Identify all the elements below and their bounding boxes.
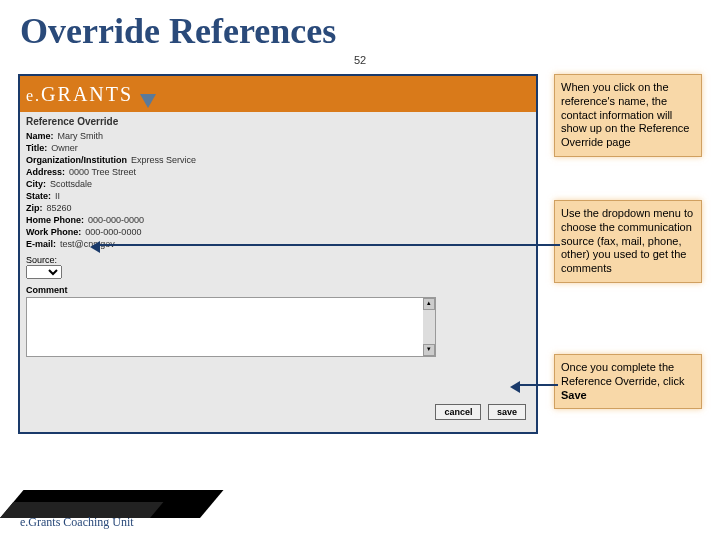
title-label: Title: — [26, 143, 47, 153]
email-label: E-mail: — [26, 239, 56, 249]
scrollbar[interactable]: ▴ ▾ — [423, 298, 435, 356]
zip-label: Zip: — [26, 203, 43, 213]
org-label: Organization/Institution — [26, 155, 127, 165]
work-phone-label: Work Phone: — [26, 227, 81, 237]
title-value: Owner — [51, 143, 78, 153]
comment-textarea[interactable]: ▴ ▾ — [26, 297, 436, 357]
arrow-down-icon — [140, 94, 156, 108]
app-logo: e.GRANTS — [26, 83, 133, 106]
city-value: Scottsdale — [50, 179, 92, 189]
home-phone-label: Home Phone: — [26, 215, 84, 225]
name-value: Mary Smith — [58, 131, 104, 141]
footer-text: e.Grants Coaching Unit — [20, 515, 134, 530]
page-number: 52 — [0, 54, 720, 66]
scroll-up-icon[interactable]: ▴ — [423, 298, 435, 310]
scroll-down-icon[interactable]: ▾ — [423, 344, 435, 356]
slide-title: Override References — [0, 0, 720, 52]
state-label: State: — [26, 191, 51, 201]
app-screenshot: e.GRANTS Reference Override Name:Mary Sm… — [18, 74, 538, 434]
app-banner: e.GRANTS — [20, 76, 536, 112]
org-value: Express Service — [131, 155, 196, 165]
section-heading: Reference Override — [26, 116, 530, 127]
save-button[interactable]: save — [488, 404, 526, 420]
name-label: Name: — [26, 131, 54, 141]
arrow-to-source-icon — [98, 244, 560, 246]
work-phone-value: 000-000-0000 — [85, 227, 141, 237]
arrow-to-save-icon — [518, 384, 558, 386]
callout-contact-info: When you click on the reference's name, … — [554, 74, 702, 157]
zip-value: 85260 — [47, 203, 72, 213]
address-label: Address: — [26, 167, 65, 177]
state-value: II — [55, 191, 60, 201]
home-phone-value: 000-000-0000 — [88, 215, 144, 225]
city-label: City: — [26, 179, 46, 189]
callout-save: Once you complete the Reference Override… — [554, 354, 702, 409]
callout-source-dropdown: Use the dropdown menu to choose the comm… — [554, 200, 702, 283]
address-value: 0000 Tree Street — [69, 167, 136, 177]
source-label: Source: — [26, 255, 57, 265]
cancel-button[interactable]: cancel — [435, 404, 481, 420]
source-select[interactable] — [26, 265, 62, 279]
decorative-shape — [0, 490, 223, 518]
comment-label: Comment — [26, 285, 530, 295]
